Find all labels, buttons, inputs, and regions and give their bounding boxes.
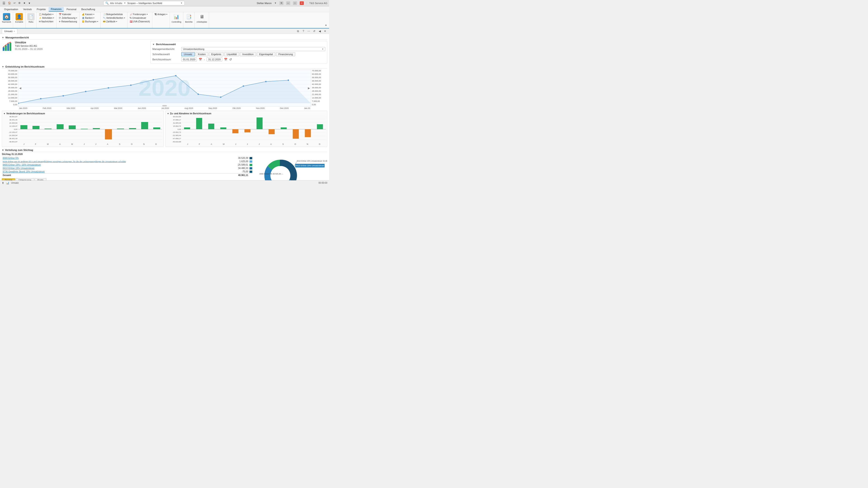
titlebar-icon-4[interactable]: ★ <box>23 1 26 5</box>
menu-item-finanzen[interactable]: Finanzen <box>49 7 64 11</box>
menu-item-beschaffung[interactable]: Beschaffung <box>79 7 97 11</box>
tab-umsatz-close[interactable]: × <box>13 30 15 33</box>
ribbon-collapse-btn[interactable]: ▲ <box>324 23 328 27</box>
kontakte-button[interactable]: 👤 Kontakte <box>13 12 26 28</box>
titlebar-icon-2[interactable]: ↩ <box>13 1 16 5</box>
verbindlichkeiten-btn[interactable]: 📉 Verbindlichkeiten ▾ <box>101 16 126 20</box>
aktivitaeten-btn[interactable]: ⚡ Aktivitäten ▾ <box>37 16 55 20</box>
schnell-btn-ergebnis[interactable]: Ergebnis <box>209 52 223 56</box>
forderungen-btn[interactable]: 📈 Forderungen ▾ <box>128 13 151 16</box>
svg-rect-66 <box>232 129 239 133</box>
kassen-btn[interactable]: 💰 Kassen ▾ <box>81 13 99 16</box>
mgmt-company: T&S Service AG AG <box>15 44 42 47</box>
app-menu-icon[interactable]: ☰ <box>2 1 6 5</box>
window-action-back[interactable]: ◀ <box>317 29 322 33</box>
veraenderungen-toggle[interactable]: ▼ <box>3 112 5 115</box>
date-to-icon[interactable]: 📅 <box>224 58 227 61</box>
section-toggle-managementbericht[interactable]: ▼ <box>2 36 4 39</box>
row-8400-link[interactable]: 8400 Erlöse 19% / 16% Umsatzsteuer <box>3 164 41 166</box>
controlling-button[interactable]: 📊 Controlling <box>170 12 183 28</box>
schnell-btn-finanzierung[interactable]: Finanzierung <box>276 52 296 56</box>
svg-rect-53 <box>153 127 160 129</box>
svg-rect-44 <box>44 129 52 129</box>
mgmtbericht-select[interactable]: Umsatzentwicklung ▼ <box>181 47 325 51</box>
schnell-btn-eigenkapital[interactable]: Eigenkapital <box>257 52 275 56</box>
window-action-copy[interactable]: ⧉ <box>296 29 300 33</box>
kalender-btn[interactable]: 📅 Kalender <box>57 13 78 16</box>
y-label-7: 21.000,00 <box>8 93 17 96</box>
row-8336-link[interactable]: 8336 Erlöse aus im anderen EG-Land steue… <box>3 160 126 163</box>
titlebar-icon-3[interactable]: ⚙ <box>18 1 21 5</box>
berichtsauswahl-toggle[interactable]: ▼ <box>152 43 155 46</box>
titlebar-icon-5[interactable]: ▼ <box>28 1 31 5</box>
date-from-value: 01.01.2020 <box>183 58 195 61</box>
chart-scroll-right[interactable]: ▶ <box>307 86 310 90</box>
group-btn-konto[interactable]: Konto <box>35 178 46 180</box>
berichte-button[interactable]: 📑 Berichte <box>183 12 195 28</box>
window-maximize-btn[interactable]: □ <box>293 1 297 5</box>
window-action-close[interactable]: ✕ <box>323 29 327 33</box>
belegarbeitsliste-btn[interactable]: 📑 Belegarbeitsliste <box>101 13 126 16</box>
svg-point-26 <box>153 79 154 80</box>
umsatzsteuer-btn[interactable]: % Umsatzsteuer <box>128 16 151 20</box>
date-reset-icon[interactable]: ↺ <box>229 58 232 61</box>
window-minimize-btn[interactable]: — <box>286 1 290 5</box>
verteilung-toggle[interactable]: ▼ <box>2 149 4 151</box>
nachrichten-btn[interactable]: ✉ Nachrichten <box>37 20 55 23</box>
zeiterfassung-btn[interactable]: ⏱ Zeiterfassung ▾ <box>57 16 78 20</box>
menu-item-personal[interactable]: Personal <box>64 7 79 11</box>
banken-btn[interactable]: 🏦 Banken ▾ <box>81 16 99 20</box>
schnell-btn-kosten[interactable]: Kosten <box>195 52 208 56</box>
svg-rect-65 <box>220 127 226 129</box>
window-action-help[interactable]: ? <box>301 29 306 33</box>
user-dropdown[interactable]: ▼ <box>274 2 277 4</box>
menu-item-organisation[interactable]: Organisation <box>2 7 20 11</box>
window-close-btn[interactable]: ✕ <box>300 1 304 5</box>
teamwork-label: Teamwork <box>2 21 11 23</box>
aufgaben-btn[interactable]: 📋 Aufgaben ▾ <box>37 13 55 16</box>
svg-text:8300 Erlöse 5% 30.520,39 —: 8300 Erlöse 5% 30.520,39 — <box>259 173 283 175</box>
schnell-btn-investition[interactable]: Investition <box>240 52 256 56</box>
controlling-icon: 📊 <box>173 13 180 20</box>
svg-point-20 <box>18 103 19 104</box>
uva-btn[interactable]: 🇦🇹 UVA (Österreich) <box>128 20 151 23</box>
zu-abnahme-toggle[interactable]: ▼ <box>167 112 169 115</box>
svg-point-4 <box>3 46 4 47</box>
anlagen-btn[interactable]: 🏗 Anlagen ▾ <box>153 13 168 16</box>
chart-scroll-handle[interactable] <box>162 105 167 106</box>
zahllauefe-btn[interactable]: 💳 Zahlläufe ▾ <box>101 20 126 23</box>
svg-rect-0 <box>3 47 4 51</box>
date-from-input[interactable]: 01.01.2020 <box>181 57 197 61</box>
menu-item-projekte[interactable]: Projekte <box>34 7 48 11</box>
search-content-label: Alle Inhalte <box>110 2 122 4</box>
reiseerfassung-btn[interactable]: ✈ Reiseerfassung <box>57 20 78 23</box>
group-btn-untergruppe[interactable]: Untergruppe <box>16 178 34 180</box>
teamwork-button[interactable]: 🏠 Teamwork <box>0 12 13 28</box>
schnell-btn-liquiditaet[interactable]: Liquidität <box>224 52 239 56</box>
schnell-btn-umsatz[interactable]: Umsatz <box>181 52 195 56</box>
tab-umsatz[interactable]: Umsatz × <box>2 29 18 34</box>
chart-scroll-left[interactable]: ◀ <box>19 86 22 90</box>
mgmtbericht-value: Umsatzentwicklung <box>183 48 204 51</box>
rebu-button[interactable]: 📄 Rebu <box>26 12 37 28</box>
teamwork-icon: 🏠 <box>3 13 10 20</box>
row-8736-link[interactable]: 8736 Gewährte Skonti 19% Umsatzsteuer <box>3 170 45 173</box>
search-dropdown-icon[interactable]: ▼ <box>180 2 183 4</box>
window-action-refresh[interactable]: ↺ <box>312 29 316 33</box>
berichtsauswahl-label: Berichtsauswahl <box>156 43 176 46</box>
menu-item-vertrieb[interactable]: Vertrieb <box>21 7 34 11</box>
row-8410-link[interactable]: 8410 Erlöse 19% Umsatzsteuer <box>3 167 35 169</box>
date-to-input[interactable]: 31.12.2020 <box>207 57 222 61</box>
status-icon[interactable]: ⬆ <box>2 182 4 185</box>
window-restore-btn[interactable]: ⧉ <box>279 1 283 5</box>
row-8300-link[interactable]: 8300 Erlöse 5% <box>3 157 19 159</box>
date-from-icon[interactable]: 📅 <box>199 58 202 61</box>
kontakte-label: Kontakte <box>15 21 23 23</box>
window-action-more[interactable]: ⋯ <box>307 29 311 33</box>
svg-rect-3 <box>9 43 11 51</box>
titlebar-icon-1[interactable]: 🏠 <box>8 1 11 5</box>
group-btn-gruppe[interactable]: Gruppe <box>2 178 15 180</box>
arbeitsplatz-button[interactable]: 🖥 Arbeitsplatz <box>195 12 209 28</box>
entwicklung-toggle[interactable]: ▼ <box>2 66 4 68</box>
buchungen-btn[interactable]: 📒 Buchungen ▾ <box>81 20 99 23</box>
